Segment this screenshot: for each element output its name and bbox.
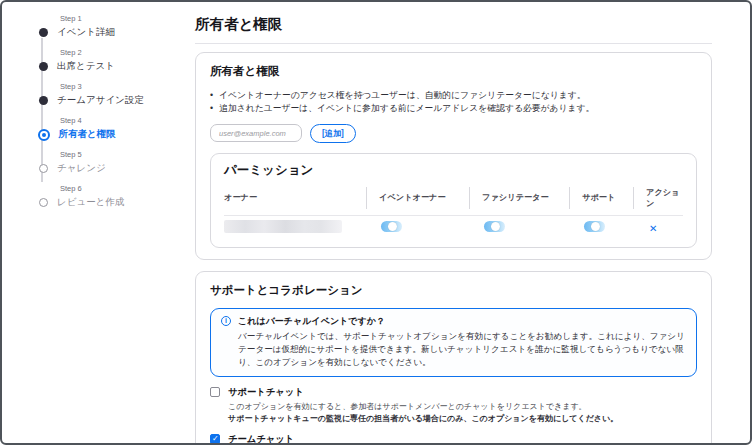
- step-label: チャレンジ: [57, 162, 106, 175]
- sidebar-step-2: Step 2 出席とテスト: [37, 48, 195, 73]
- delete-owner-icon[interactable]: ✕: [649, 223, 657, 234]
- column-action: アクション: [633, 187, 683, 209]
- option-label: チームチャット: [228, 433, 676, 445]
- support-collaboration-card: サポートとコラボレーション i これはバーチャルイベントですか？ バーチャルイベ…: [195, 271, 712, 445]
- step-todo-indicator: [39, 198, 48, 207]
- toggle-knob: [491, 222, 500, 231]
- step-number: Step 6: [60, 184, 195, 193]
- option-label: サポートチャット: [228, 386, 618, 399]
- owners-permissions-card: 所有者と権限 イベントオーナーのアクセス権を持つユーザーは、自動的にファシリテー…: [195, 52, 712, 260]
- info-icon: i: [221, 316, 231, 326]
- sidebar-item-event-details[interactable]: イベント詳細: [37, 26, 195, 39]
- sidebar-step-5: Step 5 チャレンジ: [37, 150, 195, 175]
- main-content: 所有者と権限 所有者と権限 イベントオーナーのアクセス権を持つユーザーは、自動的…: [195, 2, 750, 443]
- email-input[interactable]: [210, 124, 302, 142]
- sidebar-step-3: Step 3 チームアサイン設定: [37, 82, 195, 107]
- column-facilitator: ファシリテーター: [469, 187, 569, 209]
- step-sidebar: Step 1 イベント詳細 Step 2 出席とテスト Step 3 チームアサ…: [2, 2, 195, 443]
- step-done-indicator: [39, 62, 48, 71]
- facilitator-toggle[interactable]: [484, 221, 505, 232]
- column-owner: オーナー: [224, 192, 366, 203]
- support-card-title: サポートとコラボレーション: [210, 283, 697, 298]
- sidebar-step-4: Step 4 所有者と権限: [37, 116, 195, 141]
- step-done-indicator: [39, 96, 48, 105]
- owners-note-1: イベントオーナーのアクセス権を持つユーザーは、自動的にファシリテーターになります…: [210, 89, 697, 102]
- step-label: 所有者と権限: [59, 128, 116, 141]
- step-active-indicator: [38, 129, 50, 141]
- owners-notes: イベントオーナーのアクセス権を持つユーザーは、自動的にファシリテーターになります…: [210, 89, 697, 115]
- step-label: イベント詳細: [57, 26, 115, 39]
- sidebar-item-attendance-test[interactable]: 出席とテスト: [37, 60, 195, 73]
- infobox-body: バーチャルイベントでは、サポートチャットオプションを有効にすることをお勧めします…: [238, 330, 686, 369]
- add-owner-row: [追加]: [210, 124, 697, 143]
- title-divider: [195, 43, 712, 44]
- team-chat-checkbox[interactable]: [210, 434, 220, 444]
- column-event-owner: イベントオーナー: [366, 187, 469, 209]
- sidebar-step-1: Step 1 イベント詳細: [37, 14, 195, 39]
- permissions-title: パーミッション: [224, 162, 683, 179]
- page-title: 所有者と権限: [195, 15, 712, 34]
- permissions-table-header: オーナー イベントオーナー ファシリテーター サポート アクション: [224, 187, 683, 209]
- event-owner-toggle[interactable]: [381, 221, 402, 232]
- step-done-indicator: [39, 28, 48, 37]
- step-label: レビューと作成: [57, 196, 124, 209]
- step-label: 出席とテスト: [57, 60, 115, 73]
- sidebar-step-6: Step 6 レビューと作成: [37, 184, 195, 209]
- step-label: チームアサイン設定: [57, 94, 144, 107]
- permissions-table-card: パーミッション オーナー イベントオーナー ファシリテーター サポート アクショ…: [210, 153, 697, 248]
- sidebar-item-challenge[interactable]: チャレンジ: [37, 162, 195, 175]
- support-chat-checkbox[interactable]: [210, 387, 220, 397]
- virtual-event-infobox: i これはバーチャルイベントですか？ バーチャルイベントでは、サポートチャットオ…: [210, 308, 697, 377]
- sidebar-item-owners-permissions[interactable]: 所有者と権限: [37, 128, 195, 141]
- step-number: Step 2: [60, 48, 195, 57]
- option-desc-emphasis: サポートチャットキューの監視に専任の担当者がいる場合にのみ、このオプションを有効…: [228, 413, 618, 425]
- owners-note-2: 追加されたユーザーは、イベントに参加する前にメールアドレスを確認する必要がありま…: [210, 102, 697, 115]
- step-number: Step 1: [60, 14, 195, 23]
- owner-name-redacted: [224, 220, 342, 233]
- permissions-table-row: ✕: [224, 216, 683, 238]
- event-wizard-window: Step 1 イベント詳細 Step 2 出席とテスト Step 3 チームアサ…: [0, 0, 752, 445]
- step-number: Step 4: [60, 116, 195, 125]
- infobox-heading: これはバーチャルイベントですか？: [238, 315, 686, 328]
- sidebar-item-review-create[interactable]: レビューと作成: [37, 196, 195, 209]
- owners-card-title: 所有者と権限: [210, 64, 697, 79]
- step-todo-indicator: [39, 164, 48, 173]
- toggle-knob: [388, 222, 397, 231]
- step-number: Step 3: [60, 82, 195, 91]
- column-support: サポート: [569, 187, 633, 209]
- toggle-knob: [591, 222, 600, 231]
- step-number: Step 5: [60, 150, 195, 159]
- option-team-chat: チームチャット このオプションを無効にすると、参加者はイベントのチームとのチーム…: [210, 433, 697, 445]
- sidebar-item-team-assign[interactable]: チームアサイン設定: [37, 94, 195, 107]
- support-toggle[interactable]: [584, 221, 605, 232]
- add-button[interactable]: [追加]: [310, 124, 356, 143]
- option-support-chat: サポートチャット このオプションを有効にすると、参加者はサポートメンバーとのチャ…: [210, 386, 697, 425]
- option-desc: このオプションを有効にすると、参加者はサポートメンバーとのチャットをリクエストで…: [228, 401, 618, 413]
